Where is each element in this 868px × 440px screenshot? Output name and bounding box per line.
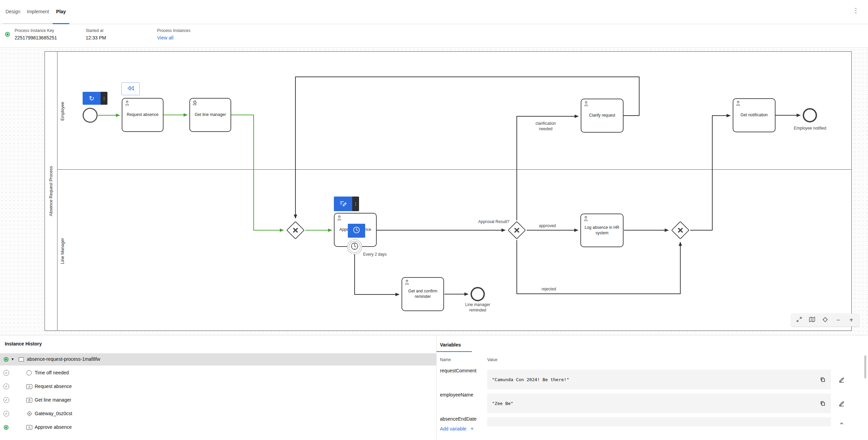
started-at-value: 12:33 PM — [86, 35, 106, 40]
task-clarify-request[interactable]: Clarify request — [581, 99, 624, 133]
boundary-timer-event[interactable] — [347, 239, 362, 254]
task-label: Log absence in HR system — [583, 225, 621, 236]
pool-label-divider — [57, 51, 57, 331]
start-overlay-menu-button[interactable]: ⋮ — [101, 92, 107, 105]
variables-value-header: Value — [487, 357, 497, 362]
label-employee-notified: Employee notified — [789, 125, 831, 131]
history-item-process[interactable]: ▾ absence-request-process-1maf8fw — [0, 353, 436, 366]
approve-overlay-menu-button[interactable]: ⋮ — [352, 197, 359, 211]
start-event-time-off-needed[interactable] — [83, 108, 98, 123]
user-task-icon — [735, 101, 741, 108]
instance-key-label: Process Instance Key — [15, 28, 57, 33]
end-event-line-manager-reminded[interactable] — [471, 287, 485, 301]
zoom-in-button[interactable]: + — [846, 315, 856, 325]
history-item-label: Get line manager — [35, 397, 71, 403]
tab-play[interactable]: Play — [53, 0, 69, 24]
copy-value-button[interactable] — [819, 400, 826, 407]
variable-name: absenceEndDate — [440, 416, 476, 422]
label-every-2-days: Every 2 days — [363, 252, 387, 257]
user-task-icon — [583, 101, 589, 108]
map-icon — [809, 317, 815, 323]
label-clarification-needed: clarification needed — [530, 121, 562, 132]
header-overflow-menu-button[interactable]: ⋮ — [851, 6, 861, 15]
zoom-out-button[interactable]: − — [833, 315, 843, 325]
view-all-link[interactable]: View all — [157, 35, 190, 40]
user-task-icon — [26, 425, 32, 430]
variable-value-box[interactable] — [487, 417, 831, 426]
task-label: Get and confirm reminder — [404, 289, 441, 299]
reset-zoom-button[interactable] — [820, 315, 830, 325]
task-label: Get notification — [741, 113, 768, 118]
history-item-label: Request absence — [35, 384, 72, 389]
task-get-line-manager[interactable]: Get line manager — [189, 98, 231, 132]
gateway-join[interactable]: × — [674, 223, 687, 237]
chevron-up-icon — [839, 421, 844, 426]
history-item-approve-absence[interactable]: Approve absence — [0, 421, 436, 434]
expand-icon — [796, 317, 802, 323]
script-task-icon — [26, 398, 32, 403]
process-instances-label: Process Instances — [157, 28, 190, 33]
history-item-gateway[interactable]: ✓ × Gateway_0sz0cst — [0, 408, 436, 420]
instance-key-block: Process Instance Key 2251799813685251 — [15, 28, 57, 40]
process-instances-block: Process Instances View all — [157, 28, 190, 40]
history-item-label: Approve absence — [35, 424, 72, 430]
task-request-absence[interactable]: Request absence — [122, 98, 164, 132]
restart-instance-button[interactable]: ↻ — [83, 92, 101, 105]
gateway-x-icon: × — [674, 223, 687, 237]
variable-value: "Camunda Con 2024! Be there!" — [487, 377, 569, 382]
complete-with-form-button[interactable] — [334, 197, 352, 211]
tab-variables[interactable]: Variables — [440, 342, 461, 348]
instance-history-title: Instance History — [5, 341, 42, 346]
gateway-x-icon: × — [289, 223, 302, 237]
add-variable-link[interactable]: Add variable + — [440, 426, 474, 432]
panel-divider — [436, 335, 437, 440]
minimap-button[interactable] — [807, 315, 817, 325]
clock-icon — [353, 226, 360, 235]
script-task-icon — [192, 100, 198, 107]
label-approval-result: Approval Result? — [462, 219, 509, 224]
completed-check-icon: ✓ — [3, 397, 9, 403]
task-label: Request absence — [127, 112, 158, 118]
history-item-time-off-needed[interactable]: ✓ Time off needed — [0, 367, 436, 379]
rewind-icon — [126, 86, 135, 92]
kebab-icon: ⋮ — [354, 201, 358, 206]
advance-time-button[interactable] — [348, 224, 365, 238]
active-status-icon — [4, 425, 8, 430]
pool-absence-request-process[interactable] — [45, 51, 852, 331]
pencil-icon — [839, 377, 845, 383]
end-event-employee-notified[interactable] — [803, 108, 817, 122]
tab-implement[interactable]: Implement — [23, 0, 53, 24]
history-item-request-absence[interactable]: ✓ Request absence — [0, 380, 436, 393]
instance-bar: Process Instance Key 2251799813685251 St… — [0, 24, 868, 48]
gateway-merge[interactable]: × — [289, 223, 302, 237]
start-event-overlay: ↻ ⋮ — [83, 92, 107, 105]
gateway-approval-result[interactable]: × — [510, 223, 524, 237]
history-item-get-line-manager[interactable]: ✓ Get line manager — [0, 394, 436, 406]
instance-active-icon — [5, 32, 10, 37]
caret-down-icon[interactable]: ▾ — [12, 357, 14, 361]
variable-value-box[interactable]: "Camunda Con 2024! Be there!" — [487, 370, 831, 389]
edit-variable-button[interactable] — [837, 399, 846, 408]
task-log-absence-in-hr-system[interactable]: Log absence in HR system — [580, 214, 624, 247]
pool-label: Absence Request Process — [49, 166, 53, 216]
copy-value-button[interactable] — [819, 376, 826, 383]
edit-variable-button[interactable] — [837, 375, 846, 384]
app-header: Design Implement Play ⋮ — [0, 0, 868, 24]
lane-label-employee: Employee — [60, 102, 65, 121]
process-icon — [19, 357, 24, 361]
variable-value-box[interactable]: "Zee Be" — [487, 393, 831, 413]
kebab-icon: ⋮ — [102, 96, 106, 101]
history-item-label: absence-request-process-1maf8fw — [27, 356, 100, 362]
mode-tabs: Design Implement Play — [3, 0, 69, 24]
variable-name: employeeName — [440, 392, 473, 397]
tab-design[interactable]: Design — [3, 0, 23, 24]
task-get-and-confirm-reminder[interactable]: Get and confirm reminder — [402, 277, 444, 311]
rewind-button[interactable] — [121, 82, 140, 95]
fit-viewport-button[interactable] — [794, 315, 804, 325]
task-label: Clarify request — [589, 113, 615, 118]
task-get-notification[interactable]: Get notification — [733, 98, 776, 132]
lane-label-line-manager: Line Manager — [60, 238, 65, 264]
collapse-value-button[interactable] — [837, 419, 846, 428]
variables-scrollbar[interactable] — [864, 355, 866, 378]
active-status-icon — [4, 357, 8, 362]
